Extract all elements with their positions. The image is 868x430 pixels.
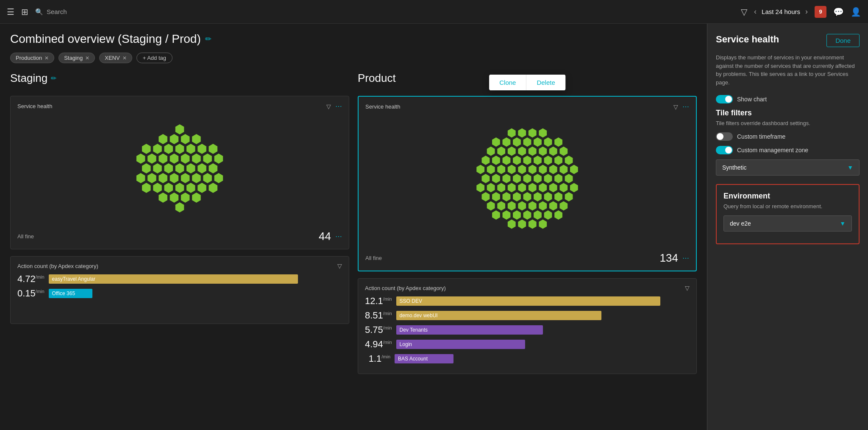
staging-bar-1: Office 365 bbox=[49, 289, 93, 298]
custom-mgmt-toggle-row: Custom management zone bbox=[716, 146, 860, 154]
tile-filters-title: Tile filters bbox=[716, 109, 860, 117]
staging-sh-header: Service health ▽ ⋯ bbox=[17, 102, 342, 110]
staging-action-header: Action count (by Apdex category) ▽ bbox=[17, 262, 342, 269]
staging-edit-icon[interactable]: ✏ bbox=[51, 74, 56, 82]
user-icon[interactable]: 👤 bbox=[851, 7, 861, 17]
edit-title-icon[interactable]: ✏ bbox=[205, 34, 211, 44]
staging-column: Staging ✏ Service health ▽ ⋯ bbox=[10, 72, 349, 374]
clone-button[interactable]: Clone bbox=[489, 75, 526, 90]
product-bar-3: Login bbox=[396, 340, 526, 349]
rp-title: Service health bbox=[716, 34, 779, 45]
search-icon: 🔍 bbox=[35, 8, 43, 16]
product-hex-container bbox=[365, 116, 689, 247]
prev-time-arrow[interactable]: ‹ bbox=[754, 7, 757, 16]
staging-hex-svg bbox=[114, 120, 245, 221]
staging-sh-dots[interactable]: ⋯ bbox=[335, 102, 342, 110]
env-select-arrow: ▼ bbox=[840, 220, 846, 227]
product-bar-4: BAS Account bbox=[395, 354, 453, 363]
add-tag-button[interactable]: + Add tag bbox=[136, 53, 172, 63]
product-action-item-1: 8.51/min demo.dev webUI bbox=[365, 310, 690, 321]
staging-service-health-panel: Service health ▽ ⋯ All fine 44 ⋯ bbox=[10, 96, 349, 249]
product-sh-dots[interactable]: ⋯ bbox=[682, 103, 689, 111]
staging-action-item-0: 4.72/min easyTravel Angular bbox=[17, 274, 342, 285]
custom-mgmt-toggle[interactable] bbox=[716, 146, 733, 154]
search-bar[interactable]: 🔍 Search bbox=[35, 8, 734, 16]
product-service-health-panel: Clone Delete Service health ▽ ⋯ bbox=[358, 96, 697, 271]
rp-header: Service health Done bbox=[716, 34, 860, 48]
show-chart-label: Show chart bbox=[737, 96, 767, 103]
environment-desc: Query from local or remote environment. bbox=[723, 203, 852, 209]
staging-bar-0: easyTravel Angular bbox=[49, 274, 298, 284]
product-action-item-3: 4.94/min Login bbox=[365, 339, 690, 350]
staging-col-header: Staging ✏ bbox=[10, 72, 349, 85]
product-sh-footer-dots[interactable]: ⋯ bbox=[682, 254, 689, 262]
product-sh-header: Service health ▽ ⋯ bbox=[365, 103, 689, 111]
product-bar-0: SSO DEV bbox=[396, 296, 660, 306]
filter-icon[interactable]: ▽ bbox=[741, 7, 747, 17]
right-panel: Service health Done Displays the number … bbox=[707, 24, 868, 430]
next-time-arrow[interactable]: › bbox=[805, 7, 808, 16]
mgmt-zone-select-arrow: ▼ bbox=[847, 164, 853, 171]
tile-filters-desc: Tile filters override dashboard settings… bbox=[716, 120, 860, 126]
dashboard-area: Combined overview (Staging / Prod) ✏ Pro… bbox=[0, 24, 707, 430]
environment-section: Environment Query from local or remote e… bbox=[716, 184, 860, 244]
product-action-item-0: 12.1/min SSO DEV bbox=[365, 296, 690, 307]
remove-production-tag[interactable]: ✕ bbox=[45, 55, 49, 61]
tag-xenv: XENV ✕ bbox=[99, 53, 132, 63]
mgmt-zone-select[interactable]: Synthetic ▼ bbox=[716, 159, 860, 176]
staging-hex-container bbox=[17, 115, 342, 226]
delete-button[interactable]: Delete bbox=[526, 75, 565, 90]
staging-action-item-1: 0.15/min Office 365 bbox=[17, 288, 342, 299]
staging-sh-footer-dots[interactable]: ⋯ bbox=[335, 232, 342, 240]
hamburger-icon[interactable]: ☰ bbox=[7, 7, 14, 17]
product-action-item-4: 1.1/min BAS Account bbox=[365, 353, 690, 364]
custom-timeframe-toggle[interactable] bbox=[716, 132, 733, 141]
custom-timeframe-toggle-row: Custom timeframe bbox=[716, 132, 860, 141]
tag-staging: Staging ✕ bbox=[58, 53, 95, 63]
time-nav: ‹ Last 24 hours › bbox=[754, 7, 808, 16]
custom-timeframe-label: Custom timeframe bbox=[737, 133, 785, 140]
monitor-icon[interactable]: ⊞ bbox=[21, 7, 28, 17]
main-container: Combined overview (Staging / Prod) ✏ Pro… bbox=[0, 24, 868, 430]
toggle-knob bbox=[725, 96, 732, 103]
product-column: Product Clone Delete Service hea bbox=[358, 72, 697, 374]
remove-xenv-tag[interactable]: ✕ bbox=[122, 55, 127, 61]
staging-action-filter[interactable]: ▽ bbox=[337, 262, 342, 269]
show-chart-toggle[interactable] bbox=[716, 95, 733, 103]
staging-sh-filter[interactable]: ▽ bbox=[326, 103, 331, 110]
search-label: Search bbox=[47, 8, 67, 15]
tag-production: Production ✕ bbox=[10, 53, 54, 63]
custom-mgmt-label: Custom management zone bbox=[737, 147, 808, 154]
staging-action-panel: Action count (by Apdex category) ▽ 4.72/… bbox=[10, 256, 349, 324]
environment-title: Environment bbox=[723, 192, 852, 201]
notification-badge[interactable]: 9 bbox=[815, 6, 826, 18]
context-menu: Clone Delete bbox=[489, 75, 565, 90]
product-sh-footer: All fine 134 ⋯ bbox=[365, 251, 689, 265]
show-chart-toggle-row: Show chart bbox=[716, 95, 860, 103]
time-range-label[interactable]: Last 24 hours bbox=[762, 8, 800, 15]
product-bar-1: demo.dev webUI bbox=[396, 311, 602, 320]
product-action-filter[interactable]: ▽ bbox=[685, 285, 690, 291]
environment-select[interactable]: dev e2e ▼ bbox=[723, 215, 852, 232]
rp-description: Displays the number of services in your … bbox=[716, 53, 860, 87]
product-hex-svg bbox=[462, 120, 593, 243]
chat-icon[interactable]: 💬 bbox=[833, 7, 844, 17]
product-sh-filter[interactable]: ▽ bbox=[673, 103, 678, 110]
staging-sh-footer: All fine 44 ⋯ bbox=[17, 230, 342, 243]
product-action-item-2: 5.75/min Dev Tenants bbox=[365, 324, 690, 335]
page-title: Combined overview (Staging / Prod) ✏ bbox=[10, 32, 697, 46]
tags-row: Production ✕ Staging ✕ XENV ✕ + Add tag bbox=[10, 53, 697, 63]
product-action-panel: Action count (by Apdex category) ▽ 12.1/… bbox=[358, 278, 697, 374]
product-bar-2: Dev Tenants bbox=[396, 325, 543, 335]
top-nav: ☰ ⊞ 🔍 Search ▽ ‹ Last 24 hours › 9 💬 👤 bbox=[0, 0, 868, 24]
remove-staging-tag[interactable]: ✕ bbox=[85, 55, 89, 61]
product-action-header: Action count (by Apdex category) ▽ bbox=[365, 285, 690, 291]
done-button[interactable]: Done bbox=[826, 34, 860, 47]
tile-filters-section: Tile filters Tile filters override dashb… bbox=[716, 109, 860, 176]
nav-right: ▽ ‹ Last 24 hours › 9 💬 👤 bbox=[741, 6, 861, 18]
columns-row: Staging ✏ Service health ▽ ⋯ bbox=[10, 72, 697, 374]
